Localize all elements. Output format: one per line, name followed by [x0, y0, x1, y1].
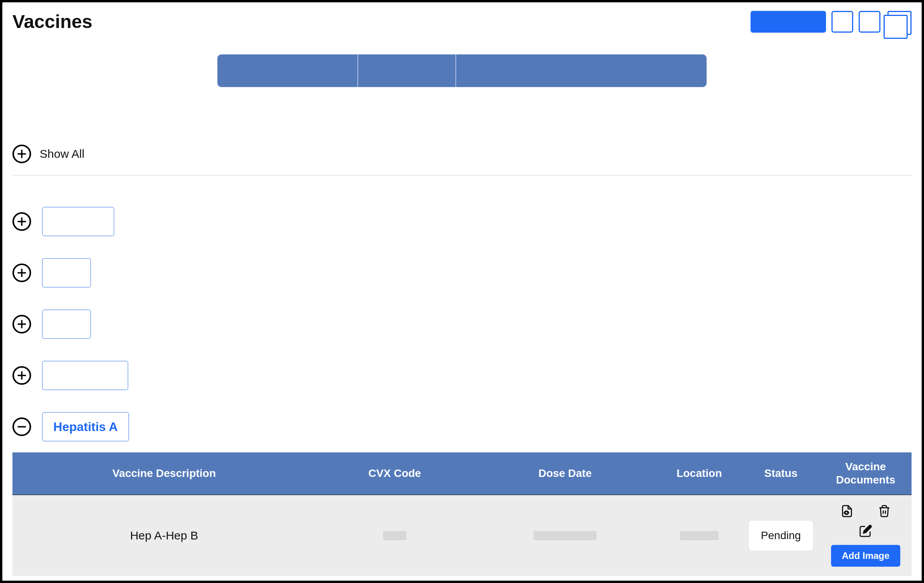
divider: [12, 175, 912, 176]
expand-all-button[interactable]: [12, 145, 31, 163]
vaccine-table: Vaccine Description CVX Code Dose Date L…: [12, 452, 912, 576]
category-row-hepatitis-a: Hepatitis A: [12, 401, 912, 452]
view-document-button[interactable]: [840, 504, 854, 519]
plus-icon: [16, 370, 27, 381]
col-location: Location: [656, 452, 742, 494]
plus-icon: [16, 319, 27, 330]
add-image-button[interactable]: Add Image: [831, 545, 901, 567]
expand-button[interactable]: [12, 366, 31, 385]
trash-icon: [878, 504, 891, 518]
category-row: [12, 196, 912, 247]
cell-location-redacted: [680, 531, 719, 540]
col-documents: Vaccine Documents: [820, 452, 912, 494]
col-cvx: CVX Code: [316, 452, 474, 494]
category-chip[interactable]: [42, 309, 91, 339]
minus-icon: [16, 421, 27, 432]
cell-cvx-redacted: [383, 531, 406, 540]
show-all-label: Show All: [40, 147, 84, 161]
plus-icon: [16, 216, 27, 227]
collapse-button[interactable]: [12, 417, 31, 436]
category-row: [12, 350, 912, 401]
header-button-stack[interactable]: [886, 11, 912, 36]
header-button-3[interactable]: [859, 11, 880, 33]
col-dose-date: Dose Date: [474, 452, 656, 494]
page-title: Vaccines: [12, 11, 93, 32]
plus-icon: [16, 267, 27, 278]
category-chip[interactable]: [42, 361, 128, 390]
document-view-icon: [840, 504, 854, 518]
edit-button[interactable]: [859, 524, 872, 539]
delete-button[interactable]: [878, 504, 891, 519]
header-primary-button[interactable]: [751, 11, 826, 33]
cell-description: Hep A-Hep B: [130, 529, 198, 543]
category-chip[interactable]: [42, 258, 91, 288]
plus-icon: [16, 148, 27, 159]
tab-3[interactable]: [456, 54, 707, 87]
category-chip-hepatitis-a[interactable]: Hepatitis A: [42, 412, 129, 442]
col-status: Status: [742, 452, 820, 494]
expand-button[interactable]: [12, 315, 31, 333]
tab-2[interactable]: [358, 54, 456, 87]
expand-button[interactable]: [12, 264, 31, 282]
header-actions: [751, 11, 912, 36]
edit-icon: [859, 524, 872, 538]
cell-date-redacted: [534, 531, 597, 540]
table-header: Vaccine Description CVX Code Dose Date L…: [12, 452, 912, 495]
category-list: Hepatitis A: [12, 196, 912, 452]
col-description: Vaccine Description: [12, 452, 316, 494]
category-row: [12, 298, 912, 350]
status-pill[interactable]: Pending: [748, 520, 814, 551]
expand-button[interactable]: [12, 212, 31, 231]
tab-strip: [217, 54, 707, 87]
category-chip[interactable]: [42, 207, 114, 236]
header-button-2[interactable]: [831, 11, 853, 33]
category-row: [12, 247, 912, 298]
tab-1[interactable]: [217, 54, 358, 87]
table-row: Hep A-Hep B Pending: [12, 495, 912, 576]
